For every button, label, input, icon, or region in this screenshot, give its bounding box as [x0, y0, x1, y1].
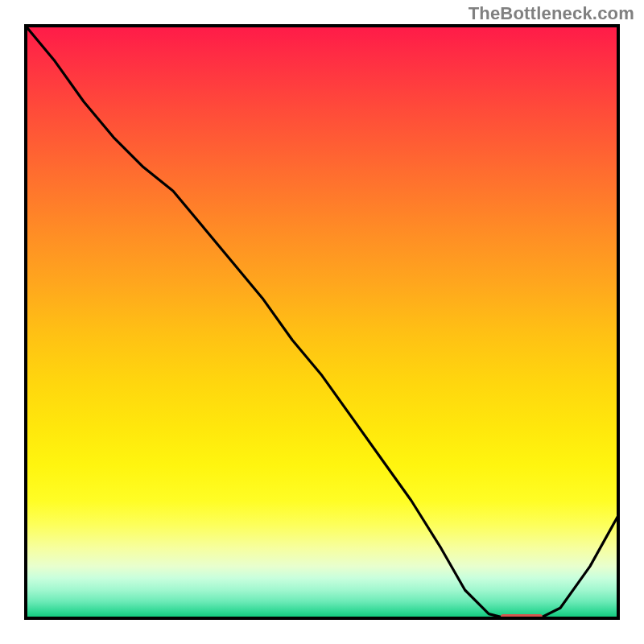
- chart-container: TheBottleneck.com: [0, 0, 644, 644]
- chart-svg: [24, 24, 620, 620]
- watermark-text: TheBottleneck.com: [469, 3, 634, 24]
- bottleneck-curve: [24, 24, 620, 620]
- optimal-marker-pill: [501, 614, 543, 620]
- plot-area: [24, 24, 620, 620]
